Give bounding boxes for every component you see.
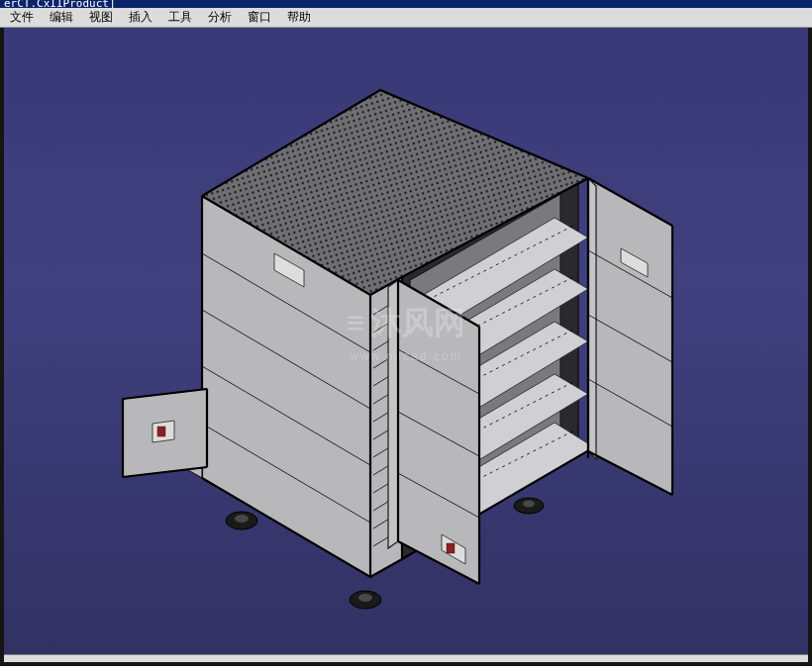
menu-insert[interactable]: 插入 [121,7,160,28]
3d-viewport[interactable]: ≡ 沐风网 www.mfcad.com [0,28,812,666]
svg-marker-56 [588,178,672,495]
svg-marker-48 [388,280,398,548]
cad-model [53,57,747,651]
menu-help[interactable]: 帮助 [279,7,319,28]
cabinet-model-icon [53,57,747,651]
svg-marker-47 [398,280,479,584]
svg-point-5 [523,501,535,508]
menu-window[interactable]: 窗口 [240,7,279,28]
menu-analyze[interactable]: 分析 [200,7,240,28]
status-bar [4,654,808,662]
menu-view[interactable]: 视图 [81,7,121,28]
menu-edit[interactable]: 编辑 [42,7,81,28]
menu-bar: 文件 编辑 视图 插入 工具 分析 窗口 帮助 [0,8,812,28]
svg-point-1 [235,515,249,523]
svg-rect-70 [157,427,165,436]
menu-tools[interactable]: 工具 [160,7,200,28]
svg-point-3 [358,594,372,602]
menu-file[interactable]: 文件 [2,7,42,28]
svg-rect-55 [447,543,455,553]
